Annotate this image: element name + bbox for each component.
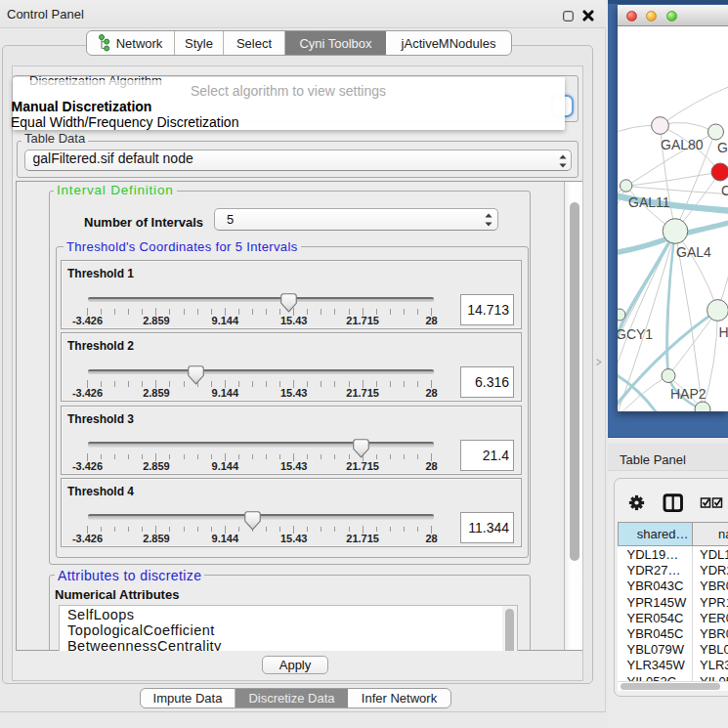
svg-text:HAP2: HAP2 [670,386,707,402]
svg-text:GA: GA [717,140,728,155]
svg-text:C: C [721,183,728,198]
svg-text:GCY1: GCY1 [618,326,653,342]
svg-text:GAL11: GAL11 [628,194,670,210]
svg-text:GAL4: GAL4 [676,244,711,260]
svg-text:H: H [719,324,728,340]
svg-text:GAL80: GAL80 [661,137,704,152]
